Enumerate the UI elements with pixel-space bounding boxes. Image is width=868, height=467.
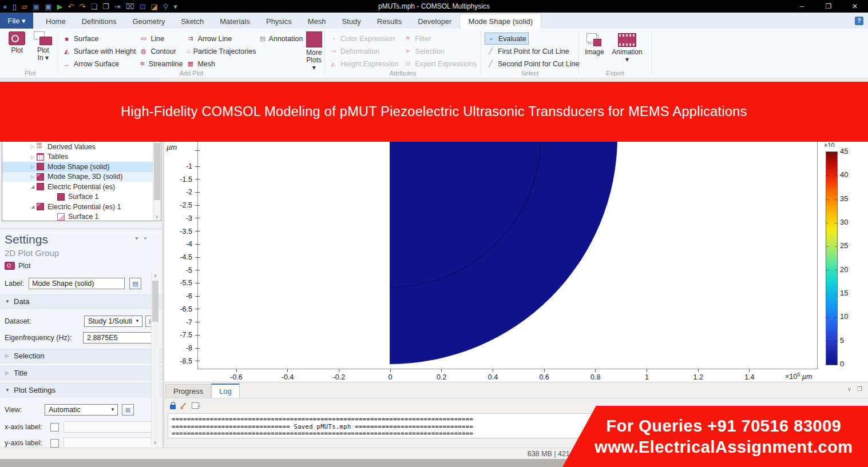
quick-access-icon[interactable]: ▣ [45, 3, 51, 10]
tree-expander-icon[interactable]: ◢ [29, 184, 37, 189]
tab-mode-shape-solid[interactable]: Mode Shape (solid) [459, 14, 541, 29]
add-plot-button[interactable]: ⇉Arrow Line [184, 33, 257, 45]
lock-scroll-icon[interactable] [170, 405, 176, 409]
section-plot-settings[interactable]: ▼ Plot Settings [0, 383, 162, 397]
add-plot-button[interactable]: ▭Line [137, 33, 184, 45]
scroll-up-icon[interactable]: ∧ [152, 273, 159, 278]
tree-expander-icon[interactable]: ▷ [29, 164, 37, 169]
ribbon-tab[interactable]: Study [334, 14, 369, 29]
settings-scrollbar-thumb[interactable] [152, 281, 158, 322]
ribbon-tab[interactable]: Sketch [173, 14, 212, 29]
quick-access-icon[interactable]: ❏ [90, 3, 97, 10]
label-input[interactable] [29, 278, 125, 289]
scroll-down-icon[interactable]: ∨ [153, 214, 161, 219]
add-plot-button[interactable]: ∴Particle Trajectories [184, 45, 257, 57]
ribbon-tab[interactable]: Geometry [124, 14, 173, 29]
plot-in-button[interactable]: Plot In ▾ [32, 31, 55, 62]
help-button[interactable]: ? [855, 17, 863, 25]
tree-item[interactable]: Surface 1 [2, 192, 161, 202]
ribbon-tab[interactable]: Physics [258, 14, 300, 29]
quick-access-icon[interactable]: ⇥ [114, 3, 121, 10]
tree-item[interactable]: ▷ 8.85 e-12 Derived Values [2, 142, 161, 152]
settings-scrollbar[interactable]: ∧ ∨ [151, 273, 159, 446]
quick-access-icon[interactable]: ⊡ [140, 3, 146, 10]
select-tool-button[interactable]: ╱First Point for Cut Line [485, 45, 570, 57]
graphics-window[interactable]: µm -1 -1.5 -2 [164, 142, 868, 382]
select-tool-button[interactable]: ╱Second Point for Cut Line [485, 58, 581, 70]
section-data[interactable]: ▼ Data [0, 294, 162, 309]
settings-pin-icon[interactable]: ⌖ [144, 235, 147, 242]
view-select[interactable]: Automatic ▼ [45, 404, 118, 416]
add-plot-button[interactable]: ◍Contour [137, 45, 184, 57]
add-plot-button[interactable]: ■Surface [61, 33, 137, 45]
quick-access-icon[interactable]: ▶ [57, 3, 63, 10]
ribbon-tab[interactable]: Materials [212, 14, 258, 29]
panel-detach-icon[interactable]: ❐ [857, 386, 862, 392]
maximize-button[interactable]: ❐ [815, 0, 842, 13]
eigenfrequency-select[interactable]: 2.8875E5 ▼ [83, 332, 157, 344]
model-builder-tree: ▷ 8.85 e-12 Derived Values ▷ Tables ▷ Mo… [2, 142, 161, 221]
add-plot-button[interactable]: →Arrow Surface [61, 58, 137, 70]
tree-scrollbar[interactable]: ∨ [153, 142, 161, 221]
add-plot-button[interactable]: ≋Streamline [137, 58, 184, 70]
export-log-icon[interactable] [192, 402, 199, 409]
select-tool-button[interactable]: ▪Evaluate [485, 33, 529, 45]
quick-access-icon[interactable]: ▱ [22, 3, 27, 10]
ribbon-tab[interactable]: Mesh [300, 14, 334, 29]
plot-type-icon: ∴ [186, 47, 190, 55]
tree-scrollbar-thumb[interactable] [154, 143, 160, 200]
tree-item[interactable]: ◢ Electric Potential (es) 1 [2, 202, 161, 212]
quick-access-icon[interactable]: ⌧ [126, 3, 134, 10]
quick-access-icon[interactable]: ↷ [80, 3, 86, 10]
tree-item[interactable]: ▷ Tables [2, 152, 161, 162]
section-selection[interactable]: ▷ Selection [0, 349, 162, 363]
clear-log-icon[interactable] [181, 403, 186, 408]
tree-item[interactable]: Surface 1 [2, 212, 161, 222]
colorbar-tick-label: 25 [840, 241, 848, 250]
ribbon-tab[interactable]: Results [369, 14, 410, 29]
tab-log[interactable]: Log [211, 384, 240, 398]
scroll-down-icon[interactable]: ∨ [152, 440, 159, 445]
tree-expander-icon[interactable]: ▷ [29, 174, 37, 179]
close-button[interactable]: ✕ [842, 0, 868, 13]
tree-item[interactable]: ◢ Electric Potential (es) [2, 182, 161, 192]
quick-access-icon[interactable]: ◪ [151, 3, 158, 10]
tree-item[interactable]: ▷ Mode Shape, 3D (solid) [2, 172, 161, 182]
ribbon-tab[interactable]: Developer [410, 14, 459, 29]
quick-access-icon[interactable]: ● [3, 3, 7, 10]
export-animation-button[interactable]: Animation ▾ [610, 33, 644, 63]
add-plot-button[interactable]: ▤Annotation [257, 33, 304, 45]
export-image-button[interactable]: Image [582, 33, 607, 63]
tree-expander-icon[interactable]: ◢ [29, 204, 37, 209]
dataset-select[interactable]: Study 1/Soluti ▼ [84, 316, 142, 327]
x-axis-label-checkbox[interactable] [50, 423, 59, 432]
x-axis-label-input[interactable] [64, 421, 157, 433]
section-title[interactable]: ▷ Title [0, 366, 162, 380]
quick-access-icon[interactable]: ⚲ [163, 3, 169, 10]
tree-item[interactable]: ▷ Mode Shape (solid) [2, 162, 161, 172]
add-plot-button[interactable]: ◭Surface with Height [61, 45, 137, 57]
minimize-button[interactable]: – [789, 0, 815, 13]
y-axis-label-input[interactable] [64, 437, 157, 448]
more-plots-button[interactable]: More Plots ▾ [306, 31, 322, 71]
tab-progress[interactable]: Progress [165, 384, 211, 398]
quick-access-icon[interactable]: ❐ [102, 3, 109, 10]
quick-access-icon[interactable]: ▣ [33, 3, 39, 10]
file-menu-button[interactable]: File ▾ [0, 13, 33, 29]
tree-expander-icon[interactable]: ▷ [29, 144, 37, 149]
tree-expander-icon[interactable]: ▷ [29, 154, 37, 159]
panel-collapse-icon[interactable]: ∨ [847, 386, 851, 392]
rename-button[interactable]: ▤ [129, 278, 141, 289]
tree-node-icon [37, 163, 44, 170]
ribbon-tab[interactable]: Home [38, 14, 74, 29]
quick-access-icon[interactable]: ▯ [13, 3, 17, 10]
y-axis-label-checkbox[interactable] [50, 439, 59, 448]
plot-button[interactable]: Plot [6, 31, 29, 62]
settings-collapse-icon[interactable]: ▾ [135, 235, 138, 242]
quick-access-icon[interactable]: ↶ [68, 3, 74, 10]
ribbon-tab[interactable]: Definitions [74, 14, 125, 29]
add-plot-button[interactable]: ▦Mesh [184, 58, 257, 70]
settings-plot-action[interactable]: Plot [5, 262, 162, 270]
quick-access-icon[interactable]: ▾ [173, 3, 177, 10]
view-settings-button[interactable]: ⊞ [122, 404, 134, 416]
